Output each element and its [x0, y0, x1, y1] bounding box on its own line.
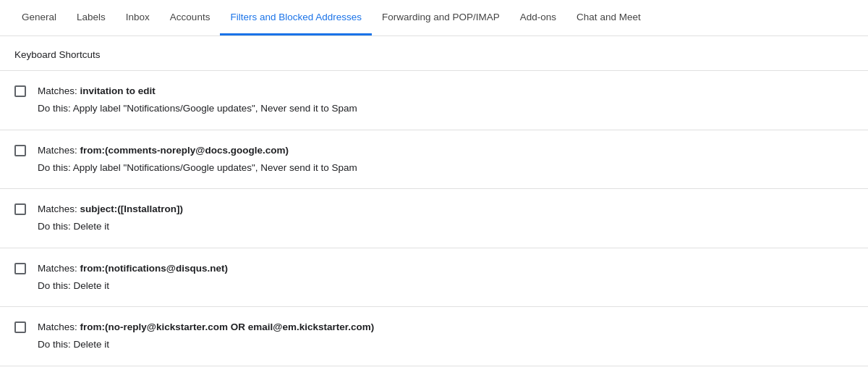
filter-action-3: Do this: Delete it — [38, 219, 854, 234]
filter-matches-3: Matches: subject:([Installatron]) — [38, 202, 854, 216]
filter-action-2: Do this: Apply label "Notifications/Goog… — [38, 161, 854, 175]
nav-item-inbox[interactable]: Inbox — [116, 0, 160, 35]
top-nav: GeneralLabelsInboxAccountsFilters and Bl… — [0, 0, 868, 36]
filter-matches-prefix: Matches: — [38, 85, 80, 96]
filter-matches-value: subject:([Installatron]) — [80, 203, 184, 214]
filter-content-3: Matches: subject:([Installatron])Do this… — [38, 202, 854, 235]
filter-row: Matches: from:(notifications@disqus.net)… — [0, 248, 868, 308]
filter-checkbox-4[interactable] — [14, 263, 26, 274]
filter-content-5: Matches: from:(no-reply@kickstarter.com … — [38, 320, 854, 353]
filter-matches-4: Matches: from:(notifications@disqus.net) — [38, 261, 854, 276]
keyboard-shortcuts-label: Keyboard Shortcuts — [14, 49, 101, 60]
filter-list: Matches: invitation to editDo this: Appl… — [0, 71, 868, 366]
filter-checkbox-3[interactable] — [14, 203, 26, 215]
filter-matches-prefix: Matches: — [38, 263, 80, 274]
filter-checkbox-5[interactable] — [14, 321, 26, 333]
filter-action-5: Do this: Delete it — [38, 337, 854, 352]
filter-matches-1: Matches: invitation to edit — [38, 84, 854, 98]
filter-matches-5: Matches: from:(no-reply@kickstarter.com … — [38, 320, 854, 335]
nav-item-addons[interactable]: Add-ons — [510, 0, 566, 35]
filter-matches-value: from:(no-reply@kickstarter.com OR email@… — [80, 321, 375, 332]
filter-content-1: Matches: invitation to editDo this: Appl… — [38, 84, 854, 117]
filter-matches-value: from:(notifications@disqus.net) — [80, 263, 228, 274]
filter-matches-2: Matches: from:(comments-noreply@docs.goo… — [38, 143, 854, 158]
filter-content-4: Matches: from:(notifications@disqus.net)… — [38, 261, 854, 294]
nav-item-accounts[interactable]: Accounts — [160, 0, 221, 35]
nav-item-chat[interactable]: Chat and Meet — [566, 0, 651, 35]
filter-row: Matches: invitation to editDo this: Appl… — [0, 71, 868, 130]
filter-action-1: Do this: Apply label "Notifications/Goog… — [38, 101, 854, 116]
filter-checkbox-1[interactable] — [14, 85, 26, 97]
nav-item-general[interactable]: General — [12, 0, 67, 35]
filter-matches-value: invitation to edit — [80, 85, 156, 96]
filter-matches-prefix: Matches: — [38, 203, 80, 214]
filter-matches-prefix: Matches: — [38, 321, 80, 332]
filter-action-4: Do this: Delete it — [38, 279, 854, 293]
filter-matches-value: from:(comments-noreply@docs.google.com) — [80, 145, 289, 156]
nav-item-filters[interactable]: Filters and Blocked Addresses — [220, 0, 372, 35]
filter-content-2: Matches: from:(comments-noreply@docs.goo… — [38, 143, 854, 176]
filter-row: Matches: subject:([Installatron])Do this… — [0, 189, 868, 248]
nav-item-forwarding[interactable]: Forwarding and POP/IMAP — [372, 0, 510, 35]
filter-checkbox-2[interactable] — [14, 145, 26, 156]
nav-item-labels[interactable]: Labels — [67, 0, 116, 35]
keyboard-shortcuts-bar: Keyboard Shortcuts — [0, 36, 868, 71]
filter-row: Matches: from:(comments-noreply@docs.goo… — [0, 130, 868, 190]
filter-row: Matches: from:(no-reply@kickstarter.com … — [0, 307, 868, 366]
filter-matches-prefix: Matches: — [38, 145, 80, 156]
